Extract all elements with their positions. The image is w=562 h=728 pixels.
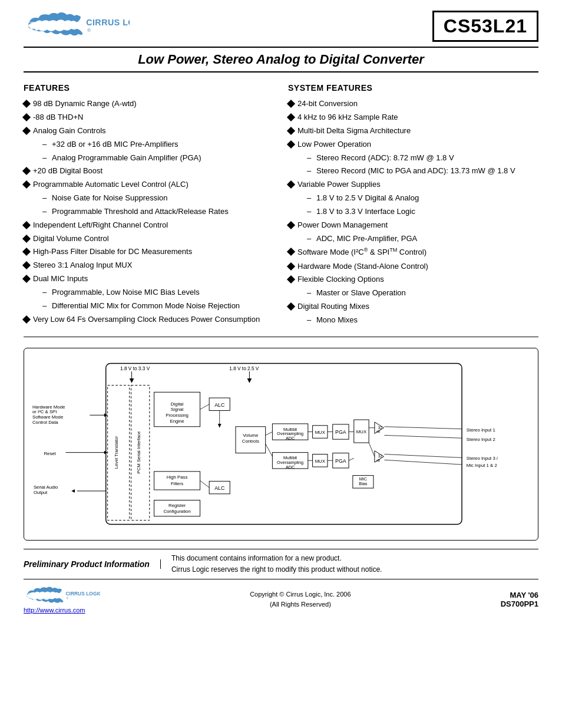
feat-item: Multi-bit Delta Sigma Architecture bbox=[288, 126, 538, 137]
feat-item: Power Down Management bbox=[288, 220, 538, 231]
svg-line-86 bbox=[266, 444, 273, 456]
svg-text:Volume: Volume bbox=[243, 433, 258, 438]
footer-copyright: Copyright © Cirrus Logic, Inc. 2006 (All… bbox=[250, 589, 351, 610]
info-bar-preliminary: Preliminary Product Information bbox=[24, 559, 161, 569]
bullet-diamond bbox=[22, 127, 31, 135]
bullet-diamond bbox=[287, 140, 295, 149]
footer-website-link[interactable]: http://www.cirrus.com bbox=[24, 607, 85, 614]
info-bar: Preliminary Product Information This doc… bbox=[24, 549, 538, 579]
bullet-diamond bbox=[22, 261, 31, 269]
feat-subitem: –Noise Gate for Noise Suppression bbox=[24, 193, 274, 204]
bullet-diamond bbox=[287, 113, 295, 121]
feat-item: Independent Left/Right Channel Control bbox=[24, 220, 274, 231]
feat-item: Digital Volume Control bbox=[24, 233, 274, 245]
svg-line-92 bbox=[349, 458, 354, 460]
svg-text:Serial Audio: Serial Audio bbox=[34, 485, 58, 490]
svg-text:Bias: Bias bbox=[359, 481, 368, 486]
svg-text:Stereo Input 3 /: Stereo Input 3 / bbox=[467, 456, 498, 461]
svg-line-85 bbox=[266, 431, 273, 435]
feat-subitem: –Stereo Record (ADC): 8.72 mW @ 1.8 V bbox=[288, 153, 538, 164]
feat-item: Software Mode (I²C® & SPITM Control) bbox=[288, 246, 538, 258]
features-left-list: 98 dB Dynamic Range (A-wtd) -88 dB THD+N… bbox=[24, 98, 274, 325]
info-bar-description: This document contains information for a… bbox=[161, 553, 382, 575]
svg-text:ALC: ALC bbox=[214, 485, 224, 491]
feat-item: 4 kHz to 96 kHz Sample Rate bbox=[288, 112, 538, 123]
features-left-col: FEATURES 98 dB Dynamic Range (A-wtd) -88… bbox=[24, 83, 288, 328]
feat-subitem: –1.8 V to 2.5 V Digital & Analog bbox=[288, 193, 538, 204]
footer-date: MAY '06 bbox=[501, 591, 538, 599]
svg-text:CIRRUS LOGIC: CIRRUS LOGIC bbox=[86, 18, 130, 27]
svg-text:Mic Input 1 & 2: Mic Input 1 & 2 bbox=[467, 463, 497, 468]
svg-text:ALC: ALC bbox=[214, 402, 224, 408]
svg-text:Software Mode: Software Mode bbox=[32, 414, 63, 420]
part-number: CS53L21 bbox=[444, 15, 527, 37]
bullet-diamond bbox=[287, 302, 295, 311]
feat-item: Stereo 3:1 Analog Input MUX bbox=[24, 260, 274, 271]
svg-text:PGA: PGA bbox=[335, 429, 346, 435]
features-right-list: 24-bit Conversion 4 kHz to 96 kHz Sample… bbox=[288, 98, 538, 326]
part-number-box: CS53L21 bbox=[432, 11, 538, 42]
svg-text:CIRRUS LOGIC: CIRRUS LOGIC bbox=[66, 591, 101, 597]
bullet-diamond bbox=[287, 248, 295, 256]
feat-item: 98 dB Dynamic Range (A-wtd) bbox=[24, 98, 274, 110]
feat-item: Analog Gain Controls bbox=[24, 126, 274, 137]
bullet-diamond bbox=[22, 100, 31, 108]
svg-text:High Pass: High Pass bbox=[167, 475, 188, 480]
svg-text:Digital: Digital bbox=[171, 401, 184, 407]
footer-cirrus-logo: CIRRUS LOGIC ® bbox=[24, 585, 100, 607]
block-diagram-svg: 1.8 V to 3.3 V 1.8 V to 2.5 V Level Tran… bbox=[31, 355, 531, 532]
footer-doc-number: DS700PP1 bbox=[501, 599, 538, 608]
bullet-diamond bbox=[287, 100, 295, 108]
svg-text:1.8 V to 2.5 V: 1.8 V to 2.5 V bbox=[229, 366, 259, 371]
feat-item: -88 dB THD+N bbox=[24, 112, 274, 123]
bullet-diamond bbox=[22, 221, 31, 229]
svg-text:Stereo Input 2: Stereo Input 2 bbox=[467, 437, 495, 442]
svg-text:Control Data: Control Data bbox=[32, 420, 58, 425]
block-diagram: 1.8 V to 3.3 V 1.8 V to 2.5 V Level Tran… bbox=[24, 348, 538, 541]
bullet-diamond bbox=[22, 275, 31, 283]
feat-subitem: –Programmable, Low Noise MIC Bias Levels bbox=[24, 287, 274, 298]
svg-text:Register: Register bbox=[168, 503, 186, 508]
svg-text:PCM Serial Interface: PCM Serial Interface bbox=[136, 431, 141, 474]
bullet-diamond bbox=[287, 127, 295, 135]
bullet-diamond bbox=[287, 275, 295, 284]
svg-text:MUX: MUX bbox=[315, 430, 326, 435]
page-title: Low Power, Stereo Analog to Digital Conv… bbox=[24, 52, 538, 67]
svg-text:Reset: Reset bbox=[44, 451, 56, 456]
svg-marker-73 bbox=[71, 489, 75, 493]
bullet-diamond bbox=[22, 315, 31, 324]
features-right-heading: SYSTEM FEATURES bbox=[288, 83, 538, 93]
footer: CIRRUS LOGIC ® http://www.cirrus.com Cop… bbox=[24, 585, 538, 614]
svg-line-95 bbox=[200, 480, 210, 487]
svg-text:PGA: PGA bbox=[335, 458, 346, 464]
page: CIRRUS LOGIC ® CS53L21 Low Power, Stereo… bbox=[0, 0, 562, 728]
feat-item: Hardware Mode (Stand-Alone Control) bbox=[288, 261, 538, 272]
feat-subitem: –ADC, MIC Pre-Amplifier, PGA bbox=[288, 233, 538, 245]
svg-text:®: ® bbox=[67, 597, 69, 600]
svg-line-80 bbox=[384, 454, 462, 457]
svg-text:Signal: Signal bbox=[171, 407, 184, 412]
svg-text:MUX: MUX bbox=[315, 459, 326, 464]
svg-text:32: 32 bbox=[378, 454, 383, 458]
info-line-2: Cirrus Logic reserves the right to modif… bbox=[171, 564, 382, 575]
svg-text:Output: Output bbox=[34, 490, 48, 495]
svg-text:Stereo Input 1: Stereo Input 1 bbox=[467, 427, 495, 432]
feat-subitem: –Master or Slave Operation bbox=[288, 288, 538, 299]
svg-text:1.8 V to 3.3 V: 1.8 V to 3.3 V bbox=[120, 366, 150, 371]
footer-doc-info: MAY '06 DS700PP1 bbox=[501, 591, 538, 608]
svg-text:Configuration: Configuration bbox=[163, 509, 190, 514]
svg-marker-84 bbox=[218, 424, 222, 428]
feat-subitem: –Mono Mixes bbox=[288, 315, 538, 326]
cirrus-logic-logo: CIRRUS LOGIC ® bbox=[24, 11, 130, 41]
svg-text:Processing: Processing bbox=[166, 413, 189, 418]
bullet-diamond bbox=[22, 180, 31, 189]
header: CIRRUS LOGIC ® CS53L21 bbox=[24, 11, 538, 42]
svg-line-94 bbox=[369, 443, 375, 456]
svg-marker-9 bbox=[130, 378, 134, 383]
svg-line-77 bbox=[384, 435, 462, 438]
feat-subitem: –Analog Programmable Gain Amplifier (PGA… bbox=[24, 153, 274, 164]
bullet-diamond bbox=[287, 180, 295, 189]
feat-subitem: –Programmable Threshold and Attack/Relea… bbox=[24, 206, 274, 218]
feat-item: Programmable Automatic Level Control (AL… bbox=[24, 179, 274, 190]
features-section: FEATURES 98 dB Dynamic Range (A-wtd) -88… bbox=[24, 83, 538, 337]
